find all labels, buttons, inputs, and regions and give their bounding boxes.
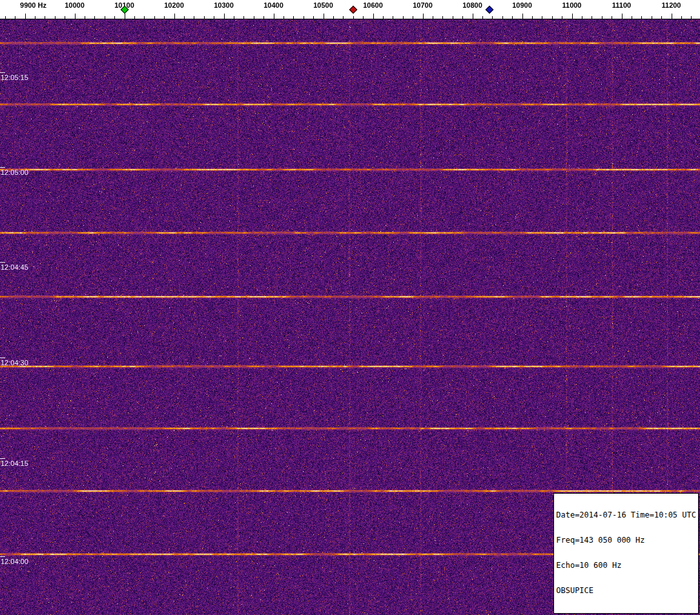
time-label: 12:05:00 bbox=[1, 168, 28, 176]
time-label: 12:04:45 bbox=[1, 263, 28, 271]
time-tick bbox=[0, 358, 5, 358]
ruler-label-10900: 10900 bbox=[512, 1, 532, 9]
ruler-label-10800: 10800 bbox=[462, 1, 482, 9]
ruler-label-11000: 11000 bbox=[562, 1, 582, 9]
info-freq-line: Freq=143 050 000 Hz bbox=[556, 536, 696, 545]
time-label: 12:04:00 bbox=[1, 558, 28, 565]
ruler-label-10300: 10300 bbox=[214, 1, 234, 9]
ruler-label-11100: 11100 bbox=[612, 1, 631, 9]
ruler-label-9900: 9900 Hz bbox=[20, 1, 46, 9]
time-tick bbox=[0, 72, 5, 73]
time-label: 12:04:30 bbox=[1, 359, 28, 367]
spectrogram-app: 9900 Hz100001010010200103001040010500106… bbox=[0, 0, 700, 615]
ruler-label-10500: 10500 bbox=[313, 1, 333, 9]
observation-info-box: Date=2014-07-16 Time=10:05 UTC Freq=143 … bbox=[553, 493, 699, 614]
ruler-label-10000: 10000 bbox=[65, 1, 85, 9]
time-tick bbox=[0, 167, 5, 168]
ruler-label-11200: 11200 bbox=[662, 1, 681, 9]
frequency-ruler[interactable]: 9900 Hz100001010010200103001040010500106… bbox=[0, 0, 700, 19]
time-tick bbox=[0, 556, 5, 557]
ruler-label-10400: 10400 bbox=[263, 1, 283, 9]
ruler-label-10600: 10600 bbox=[363, 1, 383, 9]
info-station-line: OBSUPICE bbox=[556, 587, 696, 595]
ruler-label-10700: 10700 bbox=[413, 1, 433, 9]
time-tick bbox=[0, 458, 5, 459]
info-date-line: Date=2014-07-16 Time=10:05 UTC bbox=[556, 511, 696, 519]
ruler-label-10200: 10200 bbox=[164, 1, 184, 9]
waterfall-area: 12:05:1512:05:0012:04:4512:04:3012:04:15… bbox=[0, 19, 700, 615]
time-tick bbox=[0, 262, 5, 263]
time-label: 12:04:15 bbox=[1, 459, 28, 467]
info-echo-line: Echo=10 600 Hz bbox=[556, 561, 696, 570]
time-label: 12:05:15 bbox=[1, 74, 28, 81]
